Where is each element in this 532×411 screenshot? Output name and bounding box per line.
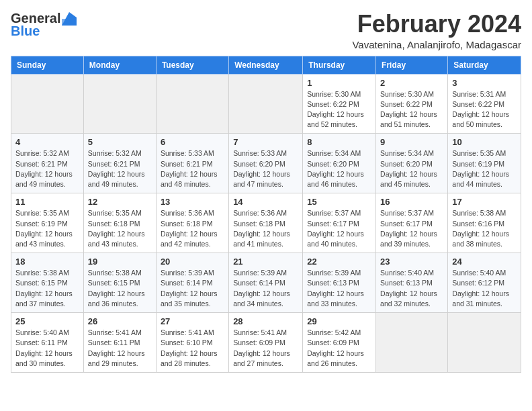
calendar-week-row: 25Sunrise: 5:40 AMSunset: 6:11 PMDayligh… xyxy=(11,313,521,373)
calendar-cell: 8Sunrise: 5:34 AMSunset: 6:20 PMDaylight… xyxy=(303,134,376,193)
day-number: 7 xyxy=(233,137,298,147)
calendar-cell: 20Sunrise: 5:39 AMSunset: 6:14 PMDayligh… xyxy=(156,253,228,313)
calendar-cell: 2Sunrise: 5:30 AMSunset: 6:22 PMDaylight… xyxy=(376,74,448,134)
day-detail: Sunrise: 5:32 AMSunset: 6:21 PMDaylight:… xyxy=(15,148,79,189)
calendar-cell: 26Sunrise: 5:41 AMSunset: 6:11 PMDayligh… xyxy=(83,313,156,373)
calendar-cell: 13Sunrise: 5:36 AMSunset: 6:18 PMDayligh… xyxy=(156,193,228,253)
header-thursday: Thursday xyxy=(303,56,376,74)
calendar-cell xyxy=(83,74,156,134)
day-number: 14 xyxy=(233,197,298,207)
calendar-cell: 1Sunrise: 5:30 AMSunset: 6:22 PMDaylight… xyxy=(303,74,376,134)
calendar-cell xyxy=(376,313,448,373)
location-title: Vavatenina, Analanjirofo, Madagascar xyxy=(352,39,521,50)
calendar-cell: 29Sunrise: 5:42 AMSunset: 6:09 PMDayligh… xyxy=(303,313,376,373)
header-friday: Friday xyxy=(376,56,448,74)
calendar-cell: 11Sunrise: 5:35 AMSunset: 6:19 PMDayligh… xyxy=(11,193,84,253)
day-number: 9 xyxy=(380,137,443,147)
day-number: 6 xyxy=(161,137,224,147)
calendar-cell: 23Sunrise: 5:40 AMSunset: 6:13 PMDayligh… xyxy=(376,253,448,313)
header-monday: Monday xyxy=(83,56,156,74)
day-detail: Sunrise: 5:40 AMSunset: 6:13 PMDaylight:… xyxy=(380,268,443,309)
calendar-cell: 7Sunrise: 5:33 AMSunset: 6:20 PMDaylight… xyxy=(229,134,303,193)
day-detail: Sunrise: 5:38 AMSunset: 6:16 PMDaylight:… xyxy=(452,208,517,249)
day-number: 18 xyxy=(15,257,79,267)
day-number: 17 xyxy=(452,197,517,207)
calendar-header-row: SundayMondayTuesdayWednesdayThursdayFrid… xyxy=(11,56,521,74)
calendar-week-row: 11Sunrise: 5:35 AMSunset: 6:19 PMDayligh… xyxy=(11,193,521,253)
day-detail: Sunrise: 5:35 AMSunset: 6:19 PMDaylight:… xyxy=(15,208,79,249)
calendar-cell: 12Sunrise: 5:35 AMSunset: 6:18 PMDayligh… xyxy=(83,193,156,253)
day-detail: Sunrise: 5:34 AMSunset: 6:20 PMDaylight:… xyxy=(380,148,443,189)
calendar-cell: 10Sunrise: 5:35 AMSunset: 6:19 PMDayligh… xyxy=(448,134,521,193)
day-detail: Sunrise: 5:41 AMSunset: 6:09 PMDaylight:… xyxy=(233,328,298,369)
day-number: 4 xyxy=(15,137,79,147)
calendar-cell xyxy=(156,74,228,134)
day-number: 27 xyxy=(161,316,224,326)
day-detail: Sunrise: 5:33 AMSunset: 6:20 PMDaylight:… xyxy=(233,148,298,189)
calendar-week-row: 1Sunrise: 5:30 AMSunset: 6:22 PMDaylight… xyxy=(11,74,521,134)
day-detail: Sunrise: 5:38 AMSunset: 6:15 PMDaylight:… xyxy=(15,268,79,309)
calendar-cell: 6Sunrise: 5:33 AMSunset: 6:21 PMDaylight… xyxy=(156,134,228,193)
day-detail: Sunrise: 5:41 AMSunset: 6:11 PMDaylight:… xyxy=(88,328,152,369)
day-detail: Sunrise: 5:36 AMSunset: 6:18 PMDaylight:… xyxy=(233,208,298,249)
calendar-table: SundayMondayTuesdayWednesdayThursdayFrid… xyxy=(11,56,521,373)
day-detail: Sunrise: 5:42 AMSunset: 6:09 PMDaylight:… xyxy=(307,328,371,369)
day-number: 24 xyxy=(452,257,517,267)
day-detail: Sunrise: 5:34 AMSunset: 6:20 PMDaylight:… xyxy=(307,148,371,189)
day-detail: Sunrise: 5:30 AMSunset: 6:22 PMDaylight:… xyxy=(380,89,443,130)
day-number: 23 xyxy=(380,257,443,267)
calendar-cell: 15Sunrise: 5:37 AMSunset: 6:17 PMDayligh… xyxy=(303,193,376,253)
day-number: 16 xyxy=(380,197,443,207)
day-number: 8 xyxy=(307,137,371,147)
day-number: 2 xyxy=(380,78,443,88)
day-number: 20 xyxy=(161,257,224,267)
day-number: 10 xyxy=(452,137,517,147)
day-number: 26 xyxy=(88,316,152,326)
day-number: 5 xyxy=(88,137,152,147)
logo-icon xyxy=(62,12,77,26)
logo: General Blue xyxy=(11,11,77,39)
day-detail: Sunrise: 5:33 AMSunset: 6:21 PMDaylight:… xyxy=(161,148,224,189)
day-number: 15 xyxy=(307,197,371,207)
calendar-cell: 19Sunrise: 5:38 AMSunset: 6:15 PMDayligh… xyxy=(83,253,156,313)
calendar-cell: 5Sunrise: 5:32 AMSunset: 6:21 PMDaylight… xyxy=(83,134,156,193)
day-detail: Sunrise: 5:38 AMSunset: 6:15 PMDaylight:… xyxy=(88,268,152,309)
day-detail: Sunrise: 5:40 AMSunset: 6:12 PMDaylight:… xyxy=(452,268,517,309)
calendar-cell: 17Sunrise: 5:38 AMSunset: 6:16 PMDayligh… xyxy=(448,193,521,253)
calendar-cell: 9Sunrise: 5:34 AMSunset: 6:20 PMDaylight… xyxy=(376,134,448,193)
day-detail: Sunrise: 5:40 AMSunset: 6:11 PMDaylight:… xyxy=(15,328,79,369)
header-saturday: Saturday xyxy=(448,56,521,74)
calendar-cell: 4Sunrise: 5:32 AMSunset: 6:21 PMDaylight… xyxy=(11,134,84,193)
calendar-cell: 3Sunrise: 5:31 AMSunset: 6:22 PMDaylight… xyxy=(448,74,521,134)
calendar-cell: 22Sunrise: 5:39 AMSunset: 6:13 PMDayligh… xyxy=(303,253,376,313)
calendar-cell: 28Sunrise: 5:41 AMSunset: 6:09 PMDayligh… xyxy=(229,313,303,373)
day-number: 29 xyxy=(307,316,371,326)
day-number: 22 xyxy=(307,257,371,267)
day-detail: Sunrise: 5:39 AMSunset: 6:14 PMDaylight:… xyxy=(161,268,224,309)
day-detail: Sunrise: 5:39 AMSunset: 6:14 PMDaylight:… xyxy=(233,268,298,309)
day-number: 11 xyxy=(15,197,79,207)
day-number: 13 xyxy=(161,197,224,207)
logo-blue: Blue xyxy=(11,24,40,39)
calendar-week-row: 18Sunrise: 5:38 AMSunset: 6:15 PMDayligh… xyxy=(11,253,521,313)
calendar-cell: 25Sunrise: 5:40 AMSunset: 6:11 PMDayligh… xyxy=(11,313,84,373)
calendar-cell: 16Sunrise: 5:37 AMSunset: 6:17 PMDayligh… xyxy=(376,193,448,253)
day-number: 28 xyxy=(233,316,298,326)
calendar-cell: 14Sunrise: 5:36 AMSunset: 6:18 PMDayligh… xyxy=(229,193,303,253)
header: General Blue February 2024 Vavatenina, A… xyxy=(11,11,521,50)
day-detail: Sunrise: 5:37 AMSunset: 6:17 PMDaylight:… xyxy=(307,208,371,249)
day-number: 1 xyxy=(307,78,371,88)
calendar-cell xyxy=(448,313,521,373)
title-section: February 2024 Vavatenina, Analanjirofo, … xyxy=(352,11,521,50)
calendar-cell xyxy=(229,74,303,134)
day-detail: Sunrise: 5:41 AMSunset: 6:10 PMDaylight:… xyxy=(161,328,224,369)
header-wednesday: Wednesday xyxy=(229,56,303,74)
day-number: 3 xyxy=(452,78,517,88)
day-number: 25 xyxy=(15,316,79,326)
calendar-cell: 21Sunrise: 5:39 AMSunset: 6:14 PMDayligh… xyxy=(229,253,303,313)
calendar-cell: 18Sunrise: 5:38 AMSunset: 6:15 PMDayligh… xyxy=(11,253,84,313)
day-detail: Sunrise: 5:39 AMSunset: 6:13 PMDaylight:… xyxy=(307,268,371,309)
day-detail: Sunrise: 5:35 AMSunset: 6:18 PMDaylight:… xyxy=(88,208,152,249)
calendar-cell xyxy=(11,74,84,134)
day-detail: Sunrise: 5:30 AMSunset: 6:22 PMDaylight:… xyxy=(307,89,371,130)
